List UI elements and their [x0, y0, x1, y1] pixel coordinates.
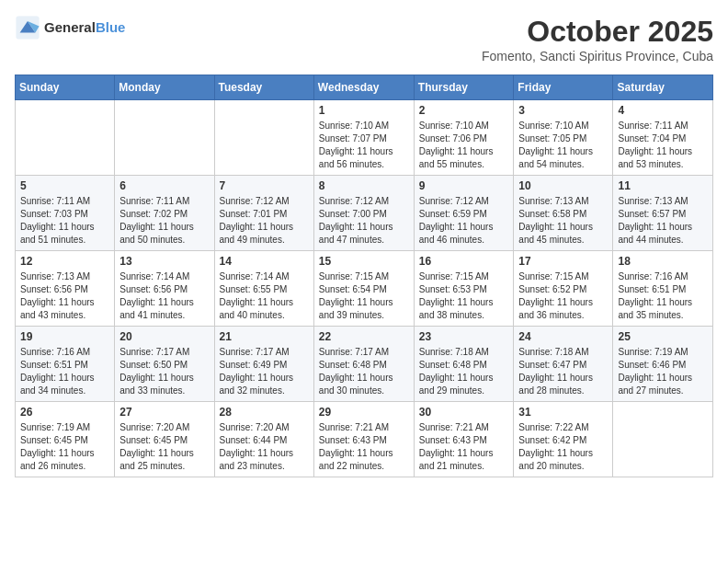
- day-number: 25: [618, 330, 708, 343]
- weekday-header-sunday: Sunday: [16, 75, 115, 100]
- day-info: Sunrise: 7:19 AM Sunset: 6:46 PM Dayligh…: [618, 346, 708, 397]
- day-number: 12: [20, 255, 109, 268]
- day-number: 3: [518, 104, 608, 117]
- day-info: Sunrise: 7:15 AM Sunset: 6:52 PM Dayligh…: [518, 270, 608, 322]
- calendar-table: SundayMondayTuesdayWednesdayThursdayFrid…: [15, 75, 713, 477]
- day-info: Sunrise: 7:16 AM Sunset: 6:51 PM Dayligh…: [618, 270, 708, 322]
- day-info: Sunrise: 7:14 AM Sunset: 6:56 PM Dayligh…: [119, 270, 209, 322]
- calendar-week-3: 12Sunrise: 7:13 AM Sunset: 6:56 PM Dayli…: [16, 251, 713, 327]
- calendar-week-5: 26Sunrise: 7:19 AM Sunset: 6:45 PM Dayli…: [16, 402, 713, 477]
- day-info: Sunrise: 7:17 AM Sunset: 6:48 PM Dayligh…: [319, 346, 409, 397]
- day-info: Sunrise: 7:14 AM Sunset: 6:55 PM Dayligh…: [220, 270, 309, 322]
- calendar-cell: 3Sunrise: 7:10 AM Sunset: 7:05 PM Daylig…: [514, 100, 613, 176]
- calendar-week-4: 19Sunrise: 7:16 AM Sunset: 6:51 PM Dayli…: [16, 327, 713, 402]
- calendar-cell: 2Sunrise: 7:10 AM Sunset: 7:06 PM Daylig…: [414, 100, 514, 176]
- day-number: 7: [220, 179, 309, 192]
- calendar-cell: 7Sunrise: 7:12 AM Sunset: 7:01 PM Daylig…: [214, 176, 313, 251]
- day-number: 13: [119, 255, 209, 268]
- day-number: 29: [319, 406, 409, 419]
- day-info: Sunrise: 7:18 AM Sunset: 6:48 PM Dayligh…: [419, 346, 509, 397]
- day-info: Sunrise: 7:22 AM Sunset: 6:42 PM Dayligh…: [518, 421, 608, 473]
- calendar-cell: 13Sunrise: 7:14 AM Sunset: 6:56 PM Dayli…: [115, 251, 214, 327]
- day-info: Sunrise: 7:18 AM Sunset: 6:47 PM Dayligh…: [518, 346, 608, 397]
- day-info: Sunrise: 7:19 AM Sunset: 6:45 PM Dayligh…: [20, 421, 109, 473]
- day-number: 19: [20, 330, 109, 343]
- calendar-cell: 26Sunrise: 7:19 AM Sunset: 6:45 PM Dayli…: [16, 402, 115, 477]
- calendar-cell: 31Sunrise: 7:22 AM Sunset: 6:42 PM Dayli…: [514, 402, 613, 477]
- calendar-cell: 28Sunrise: 7:20 AM Sunset: 6:44 PM Dayli…: [214, 402, 313, 477]
- calendar-cell: 5Sunrise: 7:11 AM Sunset: 7:03 PM Daylig…: [16, 176, 115, 251]
- day-info: Sunrise: 7:10 AM Sunset: 7:07 PM Dayligh…: [319, 120, 409, 171]
- location-title: Fomento, Sancti Spiritus Province, Cuba: [482, 49, 713, 63]
- day-number: 8: [319, 179, 409, 192]
- calendar-cell: 19Sunrise: 7:16 AM Sunset: 6:51 PM Dayli…: [16, 327, 115, 402]
- day-info: Sunrise: 7:21 AM Sunset: 6:43 PM Dayligh…: [319, 421, 409, 473]
- calendar-cell: 10Sunrise: 7:13 AM Sunset: 6:58 PM Dayli…: [514, 176, 613, 251]
- calendar-cell: 18Sunrise: 7:16 AM Sunset: 6:51 PM Dayli…: [613, 251, 713, 327]
- day-info: Sunrise: 7:11 AM Sunset: 7:02 PM Dayligh…: [119, 195, 209, 247]
- day-info: Sunrise: 7:12 AM Sunset: 7:01 PM Dayligh…: [220, 195, 309, 247]
- logo-icon: [15, 15, 40, 40]
- day-number: 10: [518, 179, 608, 192]
- page-header: GeneralBlue October 2025 Fomento, Sancti…: [15, 15, 713, 63]
- day-number: 6: [119, 179, 209, 192]
- month-title: October 2025: [482, 15, 713, 49]
- day-info: Sunrise: 7:12 AM Sunset: 7:00 PM Dayligh…: [319, 195, 409, 247]
- logo-text-blue: Blue: [96, 19, 126, 35]
- day-info: Sunrise: 7:15 AM Sunset: 6:53 PM Dayligh…: [419, 270, 509, 322]
- calendar-cell: 16Sunrise: 7:15 AM Sunset: 6:53 PM Dayli…: [414, 251, 514, 327]
- day-info: Sunrise: 7:20 AM Sunset: 6:44 PM Dayligh…: [220, 421, 309, 473]
- logo-text-general: General: [44, 19, 96, 35]
- weekday-header-wednesday: Wednesday: [313, 75, 414, 100]
- calendar-cell: 15Sunrise: 7:15 AM Sunset: 6:54 PM Dayli…: [313, 251, 414, 327]
- day-info: Sunrise: 7:13 AM Sunset: 6:58 PM Dayligh…: [518, 195, 608, 247]
- day-number: 18: [618, 255, 708, 268]
- calendar-cell: 4Sunrise: 7:11 AM Sunset: 7:04 PM Daylig…: [613, 100, 713, 176]
- day-info: Sunrise: 7:10 AM Sunset: 7:05 PM Dayligh…: [518, 120, 608, 171]
- calendar-week-2: 5Sunrise: 7:11 AM Sunset: 7:03 PM Daylig…: [16, 176, 713, 251]
- calendar-cell: 20Sunrise: 7:17 AM Sunset: 6:50 PM Dayli…: [115, 327, 214, 402]
- day-number: 1: [319, 104, 409, 117]
- weekday-header-friday: Friday: [514, 75, 613, 100]
- weekday-header-thursday: Thursday: [414, 75, 514, 100]
- logo: GeneralBlue: [15, 15, 125, 40]
- calendar-cell: 22Sunrise: 7:17 AM Sunset: 6:48 PM Dayli…: [313, 327, 414, 402]
- day-number: 26: [20, 406, 109, 419]
- day-number: 20: [119, 330, 209, 343]
- calendar-cell: [613, 402, 713, 477]
- day-number: 31: [518, 406, 608, 419]
- day-number: 24: [518, 330, 608, 343]
- day-number: 4: [618, 104, 708, 117]
- calendar-cell: [214, 100, 313, 176]
- day-info: Sunrise: 7:13 AM Sunset: 6:57 PM Dayligh…: [618, 195, 708, 247]
- day-number: 28: [220, 406, 309, 419]
- calendar-cell: 1Sunrise: 7:10 AM Sunset: 7:07 PM Daylig…: [313, 100, 414, 176]
- calendar-cell: 6Sunrise: 7:11 AM Sunset: 7:02 PM Daylig…: [115, 176, 214, 251]
- day-info: Sunrise: 7:21 AM Sunset: 6:43 PM Dayligh…: [419, 421, 509, 473]
- calendar-cell: 27Sunrise: 7:20 AM Sunset: 6:45 PM Dayli…: [115, 402, 214, 477]
- day-number: 5: [20, 179, 109, 192]
- day-info: Sunrise: 7:11 AM Sunset: 7:03 PM Dayligh…: [20, 195, 109, 247]
- day-info: Sunrise: 7:13 AM Sunset: 6:56 PM Dayligh…: [20, 270, 109, 322]
- weekday-header-row: SundayMondayTuesdayWednesdayThursdayFrid…: [16, 75, 713, 100]
- calendar-cell: 23Sunrise: 7:18 AM Sunset: 6:48 PM Dayli…: [414, 327, 514, 402]
- day-info: Sunrise: 7:16 AM Sunset: 6:51 PM Dayligh…: [20, 346, 109, 397]
- day-number: 17: [518, 255, 608, 268]
- calendar-cell: [16, 100, 115, 176]
- day-info: Sunrise: 7:17 AM Sunset: 6:49 PM Dayligh…: [220, 346, 309, 397]
- day-number: 30: [419, 406, 509, 419]
- calendar-cell: 24Sunrise: 7:18 AM Sunset: 6:47 PM Dayli…: [514, 327, 613, 402]
- calendar-cell: 25Sunrise: 7:19 AM Sunset: 6:46 PM Dayli…: [613, 327, 713, 402]
- day-number: 11: [618, 179, 708, 192]
- day-number: 9: [419, 179, 509, 192]
- day-number: 23: [419, 330, 509, 343]
- day-info: Sunrise: 7:15 AM Sunset: 6:54 PM Dayligh…: [319, 270, 409, 322]
- day-info: Sunrise: 7:12 AM Sunset: 6:59 PM Dayligh…: [419, 195, 509, 247]
- day-number: 16: [419, 255, 509, 268]
- calendar-cell: 21Sunrise: 7:17 AM Sunset: 6:49 PM Dayli…: [214, 327, 313, 402]
- calendar-cell: 8Sunrise: 7:12 AM Sunset: 7:00 PM Daylig…: [313, 176, 414, 251]
- calendar-cell: 12Sunrise: 7:13 AM Sunset: 6:56 PM Dayli…: [16, 251, 115, 327]
- calendar-cell: 29Sunrise: 7:21 AM Sunset: 6:43 PM Dayli…: [313, 402, 414, 477]
- weekday-header-tuesday: Tuesday: [214, 75, 313, 100]
- day-number: 15: [319, 255, 409, 268]
